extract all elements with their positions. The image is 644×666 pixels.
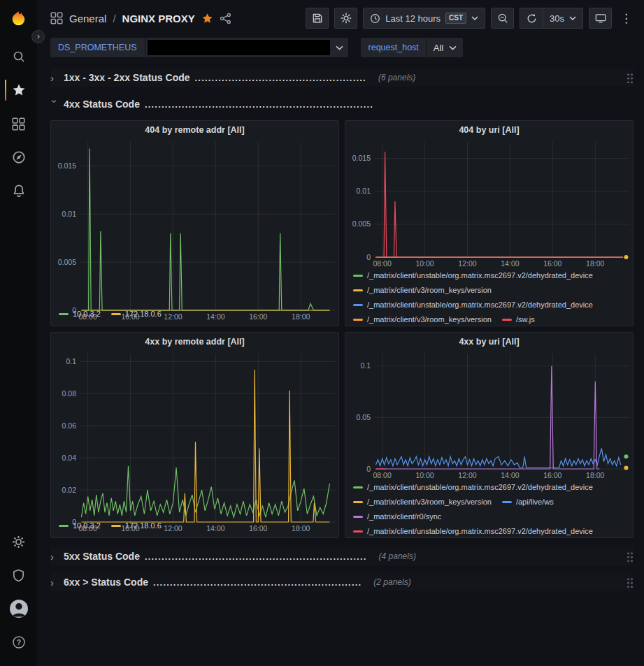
legend-label: /sw.js xyxy=(516,312,535,326)
refresh-interval-picker[interactable]: 30s xyxy=(543,8,583,29)
svg-text:?: ? xyxy=(16,638,20,646)
legend-item[interactable]: 172.18.0.6 xyxy=(111,307,162,321)
variable-request-host: request_host All xyxy=(361,38,464,57)
legend-swatch xyxy=(353,289,363,291)
row-4xx[interactable]: › 4xx Status Code ......................… xyxy=(50,95,634,113)
gear-icon xyxy=(12,535,25,549)
chevron-right-icon: › xyxy=(50,73,59,83)
legend-swatch xyxy=(111,525,121,527)
panel-4xx-by-uri: 4xx by uri [All] 00.050.108:0010:0012:00… xyxy=(345,332,634,538)
row-title: 1xx - 3xx - 2xx Status Code xyxy=(64,72,190,83)
legend-item[interactable]: 10.0.3.2 xyxy=(59,307,101,321)
sidebar-item-alerting[interactable] xyxy=(5,177,33,205)
panel-title[interactable]: 4xx by remote addr [All] xyxy=(51,333,338,348)
sidebar: ? xyxy=(0,0,37,666)
save-dashboard-button[interactable] xyxy=(306,8,329,29)
legend-item[interactable]: /_matrix/client/v3/room_keys/version xyxy=(353,312,492,326)
legend-item[interactable]: /_matrix/client/r0/sync xyxy=(353,509,441,524)
dashboards-grid-icon xyxy=(12,117,25,131)
legend-label: 172.18.0.6 xyxy=(125,307,162,321)
legend-swatch xyxy=(353,486,363,488)
panel-title[interactable]: 404 by remote addr [All] xyxy=(51,121,338,136)
row-title: 5xx Status Code xyxy=(64,551,140,562)
legend-label: 10.0.3.2 xyxy=(73,519,101,533)
legend-label: /_matrix/client/unstable/org.matrix.msc2… xyxy=(367,524,593,537)
row-1xx-3xx-2xx[interactable]: › 1xx - 3xx - 2xx Status Code ..........… xyxy=(50,68,634,87)
zoom-out-time-button[interactable] xyxy=(491,8,514,29)
dashboard-settings-button[interactable] xyxy=(334,8,357,29)
panel-title[interactable]: 4xx by uri [All] xyxy=(345,333,633,348)
row-panel-count: (6 panels) xyxy=(378,73,415,82)
compass-icon xyxy=(12,150,26,164)
svg-text:0.04: 0.04 xyxy=(62,454,77,462)
sidebar-item-help[interactable]: ? xyxy=(5,628,33,656)
legend-item[interactable]: /_matrix/client/unstable/org.matrix.msc2… xyxy=(353,298,593,312)
legend-swatch xyxy=(59,525,69,527)
legend-item[interactable]: /sw.js xyxy=(502,312,535,326)
timeseries-chart[interactable]: 00.050.108:0010:0012:0014:0016:0018:00 xyxy=(345,348,633,479)
legend-label: 10.0.3.2 xyxy=(73,307,101,321)
legend-item[interactable]: /_matrix/client/v3/room_keys/version xyxy=(353,495,492,509)
breadcrumb-dashboard-title[interactable]: NGINX PROXY xyxy=(122,13,195,24)
legend-label: /api/live/ws xyxy=(516,495,554,509)
svg-text:0.02: 0.02 xyxy=(62,486,77,494)
legend-item[interactable]: /_matrix/client/unstable/org.matrix.msc2… xyxy=(353,480,593,495)
kebab-menu-button[interactable]: ⋮ xyxy=(617,13,635,24)
row-drag-handle[interactable] xyxy=(626,551,634,562)
legend-swatch xyxy=(502,319,512,321)
legend-label: /_matrix/client/v3/room_keys/version xyxy=(367,312,492,326)
sidebar-expand-button[interactable]: › xyxy=(31,30,45,43)
chevron-down-icon xyxy=(336,45,343,50)
legend-item[interactable]: 172.18.0.6 xyxy=(111,519,162,533)
legend-item[interactable]: /_matrix/client/unstable/org.matrix.msc2… xyxy=(353,268,593,283)
legend-item[interactable]: /api/live/ws xyxy=(502,495,554,509)
datasource-select[interactable] xyxy=(145,38,348,57)
sidebar-item-explore[interactable] xyxy=(5,143,33,171)
legend-swatch xyxy=(353,516,363,518)
row-title-dots: ........................................… xyxy=(145,551,367,562)
row-title-dots: ........................................… xyxy=(195,73,366,83)
request-host-select[interactable]: All xyxy=(427,38,463,57)
tv-mode-button[interactable] xyxy=(589,8,612,29)
row-drag-handle[interactable] xyxy=(626,72,634,83)
refresh-group: 30s xyxy=(520,8,583,29)
user-avatar[interactable] xyxy=(5,595,33,623)
legend-item[interactable]: /_matrix/client/unstable/org.matrix.msc2… xyxy=(353,524,593,537)
time-range-picker[interactable]: Last 12 hours CST xyxy=(363,8,485,29)
legend-label: /_matrix/client/v3/room_keys/version xyxy=(367,495,492,509)
refresh-button[interactable] xyxy=(520,8,543,29)
sidebar-item-search[interactable] xyxy=(5,43,33,71)
row-6xx[interactable]: › 6xx > Status Code ....................… xyxy=(50,573,634,591)
row-title-dots: ........................................… xyxy=(153,577,362,588)
timeseries-chart[interactable]: 00.0050.010.01508:0010:0012:0014:0016:00… xyxy=(51,136,338,305)
row-drag-handle[interactable] xyxy=(626,577,634,588)
share-icon[interactable] xyxy=(220,13,231,24)
grafana-logo[interactable] xyxy=(5,5,33,33)
main-area: General / NGINX PROXY xyxy=(37,0,644,666)
sidebar-item-starred[interactable] xyxy=(5,76,33,104)
sidebar-item-server-admin[interactable] xyxy=(5,561,33,589)
breadcrumb: General / NGINX PROXY xyxy=(50,12,231,24)
legend-item[interactable]: /_matrix/client/v3/room_keys/version xyxy=(353,283,492,298)
panel-legend: /_matrix/client/unstable/org.matrix.msc2… xyxy=(345,267,633,326)
panel-title[interactable]: 404 by uri [All] xyxy=(345,121,633,136)
legend-label: /_matrix/client/r0/sync xyxy=(367,509,441,524)
row-5xx[interactable]: › 5xx Status Code ......................… xyxy=(50,547,634,565)
sidebar-item-dashboards[interactable] xyxy=(5,110,33,138)
sidebar-item-configuration[interactable] xyxy=(5,528,33,556)
legend-swatch xyxy=(353,319,363,321)
top-navigation: General / NGINX PROXY xyxy=(37,0,644,36)
legend-swatch xyxy=(353,304,363,306)
chevron-down-icon xyxy=(471,16,478,20)
refresh-interval-value: 30s xyxy=(550,13,564,24)
timeseries-chart[interactable]: 00.020.040.060.080.108:0010:0012:0014:00… xyxy=(51,348,338,517)
breadcrumb-folder[interactable]: General xyxy=(69,13,106,24)
timeseries-chart[interactable]: 00.0050.010.01508:0010:0012:0014:0016:00… xyxy=(345,136,633,267)
row-panel-count: (4 panels) xyxy=(379,551,416,561)
save-icon xyxy=(312,13,323,24)
legend-item[interactable]: 10.0.3.2 xyxy=(59,519,101,533)
favorite-star-icon[interactable] xyxy=(201,13,213,24)
shield-icon xyxy=(12,569,25,582)
legend-label: /_matrix/client/unstable/org.matrix.msc2… xyxy=(367,480,593,495)
legend-label: /_matrix/client/unstable/org.matrix.msc2… xyxy=(367,298,593,312)
